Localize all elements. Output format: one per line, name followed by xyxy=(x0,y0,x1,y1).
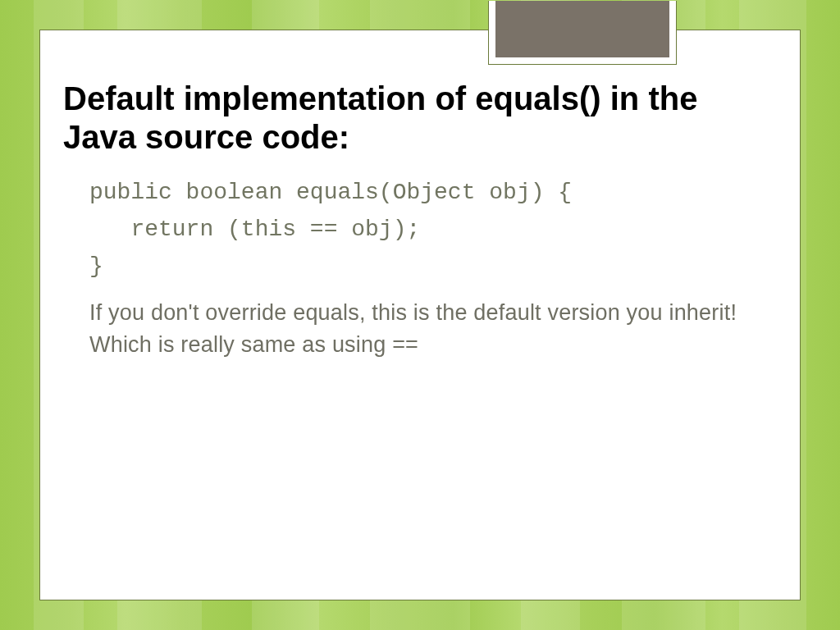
slide-title: Default implementation of equals() in th… xyxy=(63,80,777,157)
code-block: public boolean equals(Object obj) { retu… xyxy=(89,175,767,285)
slide-content: Default implementation of equals() in th… xyxy=(40,30,800,361)
slide-body: public boolean equals(Object obj) { retu… xyxy=(63,175,777,361)
slide-card: Default implementation of equals() in th… xyxy=(39,30,801,600)
header-tab-fill xyxy=(495,1,669,57)
header-tab-decoration xyxy=(488,1,677,65)
explanation-text: If you don't override equals, this is th… xyxy=(89,297,767,361)
